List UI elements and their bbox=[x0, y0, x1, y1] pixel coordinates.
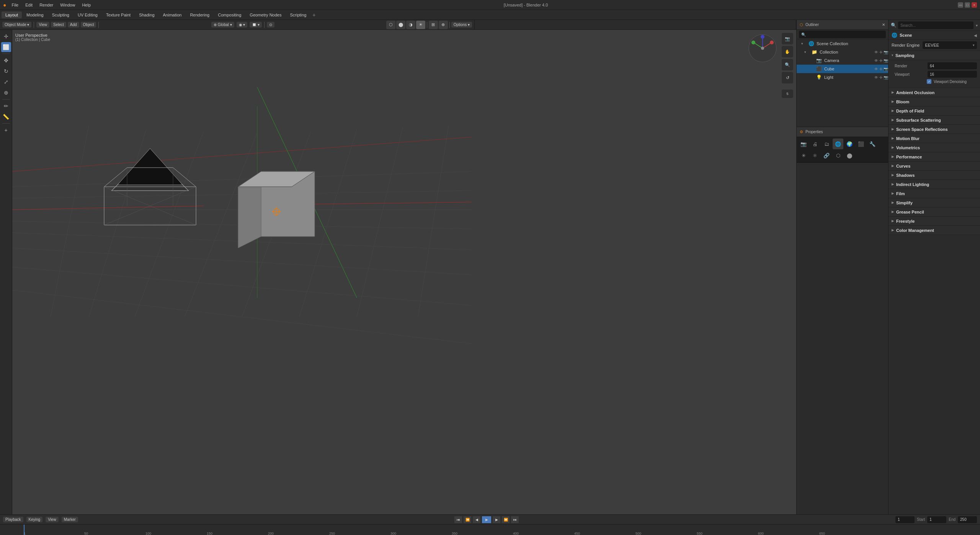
tab-rendering[interactable]: Rendering bbox=[186, 11, 213, 18]
perspective-toggle[interactable]: 5 bbox=[782, 90, 793, 98]
menu-file[interactable]: File bbox=[8, 2, 21, 8]
mode-select[interactable]: Object Mode ▾ bbox=[2, 22, 31, 28]
options-btn[interactable]: Options ▾ bbox=[451, 22, 472, 28]
scale-tool[interactable]: ⤢ bbox=[1, 77, 11, 87]
light-cursor-icon[interactable]: ✛ bbox=[879, 75, 882, 80]
select-menu[interactable]: Select bbox=[51, 22, 66, 28]
outliner-light[interactable]: ▾ 💡 Light 👁 ✛ 📷 bbox=[797, 73, 888, 82]
current-frame-input[interactable]: 1 bbox=[895, 516, 915, 523]
viewport-3d[interactable]: User Perspective (1) Collection | Cube X… bbox=[12, 30, 796, 514]
tab-animation[interactable]: Animation bbox=[159, 11, 186, 18]
grease-pencil-header[interactable]: ▶ Grease Pencil bbox=[889, 207, 980, 217]
tab-compositing[interactable]: Compositing bbox=[214, 11, 245, 18]
zoom-camera-btn[interactable]: 📷 bbox=[782, 33, 793, 44]
data-props-btn[interactable]: ⬡ bbox=[833, 150, 843, 161]
menu-window[interactable]: Window bbox=[57, 2, 78, 8]
jump-end-btn[interactable]: ⏭ bbox=[511, 516, 519, 523]
outliner-scene-collection[interactable]: ▾ 🌐 Scene Collection bbox=[797, 39, 888, 48]
menu-edit[interactable]: Edit bbox=[22, 2, 36, 8]
scene-props-btn[interactable]: 🌐 bbox=[833, 139, 843, 149]
color-management-header[interactable]: ▶ Color Management bbox=[889, 226, 980, 235]
measure-tool[interactable]: 📏 bbox=[1, 112, 11, 122]
play-btn[interactable]: ▶ bbox=[482, 516, 491, 523]
timeline-view-menu[interactable]: View bbox=[46, 517, 59, 522]
camera-cursor-icon[interactable]: ✛ bbox=[879, 59, 882, 63]
tab-shading[interactable]: Shading bbox=[135, 11, 158, 18]
camera-eye-icon[interactable]: 👁 bbox=[874, 59, 878, 63]
modifier-props-btn[interactable]: 🔧 bbox=[867, 139, 878, 149]
outliner-cube[interactable]: ▾ ⬛ Cube 👁 ✛ 📷 bbox=[797, 65, 888, 73]
end-frame-input[interactable]: 250 bbox=[958, 516, 977, 523]
wireframe-btn[interactable]: ⬡ bbox=[386, 21, 395, 29]
add-workspace-btn[interactable]: + bbox=[312, 12, 315, 18]
eye-icon[interactable]: 👁 bbox=[874, 50, 878, 54]
render-icon[interactable]: 📷 bbox=[884, 50, 888, 54]
sampling-section-header[interactable]: ▾ Sampling bbox=[889, 51, 980, 60]
motion-blur-header[interactable]: ▶ Motion Blur bbox=[889, 134, 980, 143]
maximize-btn[interactable]: □ bbox=[965, 2, 970, 8]
material-btn[interactable]: ◑ bbox=[406, 21, 415, 29]
rotate-tool[interactable]: ↻ bbox=[1, 66, 11, 76]
select-tool[interactable]: ⬜ bbox=[1, 42, 11, 52]
proportional-edit[interactable]: ⊙ bbox=[267, 22, 274, 28]
cursor-tool[interactable]: ✛ bbox=[1, 31, 11, 41]
navigation-gizmo[interactable]: X Y Z bbox=[747, 33, 778, 64]
overlay-btn[interactable]: ⊞ bbox=[429, 21, 438, 29]
annotate-tool[interactable]: ✏ bbox=[1, 101, 11, 111]
curves-header[interactable]: ▶ Curves bbox=[889, 161, 980, 171]
bloom-header[interactable]: ▶ Bloom bbox=[889, 97, 980, 106]
light-render-icon[interactable]: 📷 bbox=[884, 75, 888, 80]
tab-uv-editing[interactable]: UV Editing bbox=[74, 11, 101, 18]
menu-render[interactable]: Render bbox=[36, 2, 56, 8]
tab-layout[interactable]: Layout bbox=[2, 11, 22, 18]
constraints-btn[interactable]: 🔗 bbox=[821, 150, 832, 161]
timeline-marker-menu[interactable]: Marker bbox=[62, 517, 78, 522]
indirect-lighting-header[interactable]: ▶ Indirect Lighting bbox=[889, 180, 980, 189]
solid-btn[interactable]: ⬤ bbox=[396, 21, 405, 29]
viewport-denoising-checkbox[interactable]: ✓ bbox=[927, 79, 931, 84]
render-props-btn[interactable]: 📷 bbox=[798, 139, 809, 149]
timeline-keying-menu[interactable]: Keying bbox=[26, 517, 43, 522]
props-collapse-btn[interactable]: ◀ bbox=[974, 33, 977, 38]
prev-frame-btn[interactable]: ◀ bbox=[473, 516, 480, 523]
performance-header[interactable]: ▶ Performance bbox=[889, 152, 980, 161]
world-props-btn[interactable]: 🌍 bbox=[844, 139, 855, 149]
jump-next-btn[interactable]: ⏩ bbox=[502, 516, 510, 523]
light-eye-icon[interactable]: 👁 bbox=[874, 75, 878, 80]
cube-cursor-icon[interactable]: ✛ bbox=[879, 67, 882, 71]
snapping[interactable]: 🔲 ▾ bbox=[250, 22, 262, 28]
outliner-camera[interactable]: ▾ 📷 Camera 👁 ✛ 📷 bbox=[797, 56, 888, 65]
view-menu[interactable]: View bbox=[36, 22, 49, 28]
object-menu[interactable]: Object bbox=[81, 22, 96, 28]
add-tool[interactable]: + bbox=[1, 125, 11, 135]
start-frame-input[interactable]: 1 bbox=[927, 516, 946, 523]
output-props-btn[interactable]: 🖨 bbox=[810, 139, 820, 149]
gizmo-btn[interactable]: ⊕ bbox=[439, 21, 448, 29]
ssr-header[interactable]: ▶ Screen Space Reflections bbox=[889, 125, 980, 134]
physics-props-btn[interactable]: ⚛ bbox=[810, 150, 820, 161]
view-layer-props-btn[interactable]: 🗂 bbox=[821, 139, 832, 149]
jump-prev-btn[interactable]: ⏪ bbox=[464, 516, 471, 523]
rotate-view-btn[interactable]: ↺ bbox=[782, 72, 793, 83]
shadows-header[interactable]: ▶ Shadows bbox=[889, 171, 980, 180]
ambient-occlusion-header[interactable]: ▶ Ambient Occlusion bbox=[889, 88, 980, 97]
volumetrics-header[interactable]: ▶ Volumetrics bbox=[889, 143, 980, 152]
tab-geometry-nodes[interactable]: Geometry Nodes bbox=[246, 11, 285, 18]
film-header[interactable]: ▶ Film bbox=[889, 189, 980, 198]
jump-start-btn[interactable]: ⏮ bbox=[454, 516, 462, 523]
add-menu[interactable]: Add bbox=[68, 22, 79, 28]
outliner-collection[interactable]: ▾ 📁 Collection 👁 ✛ 📷 bbox=[797, 48, 888, 56]
material-props-btn[interactable]: ⬤ bbox=[844, 150, 855, 161]
zoom-btn[interactable]: 🔍 bbox=[782, 59, 793, 70]
next-frame-btn[interactable]: ▶ bbox=[493, 516, 500, 523]
filter-icon[interactable]: ▾ bbox=[976, 23, 978, 28]
cube-eye-icon[interactable]: 👁 bbox=[874, 67, 878, 71]
dof-header[interactable]: ▶ Depth of Field bbox=[889, 106, 980, 116]
transform-orientation[interactable]: ⊕ Global ▾ bbox=[211, 22, 234, 28]
close-btn[interactable]: × bbox=[972, 2, 977, 8]
rendered-btn[interactable]: ☀ bbox=[416, 21, 425, 29]
move-tool[interactable]: ✥ bbox=[1, 55, 11, 65]
render-samples-input[interactable]: 64 bbox=[928, 62, 977, 69]
transform-tool[interactable]: ⊕ bbox=[1, 88, 11, 98]
outliner-close[interactable]: ✕ bbox=[882, 23, 885, 27]
